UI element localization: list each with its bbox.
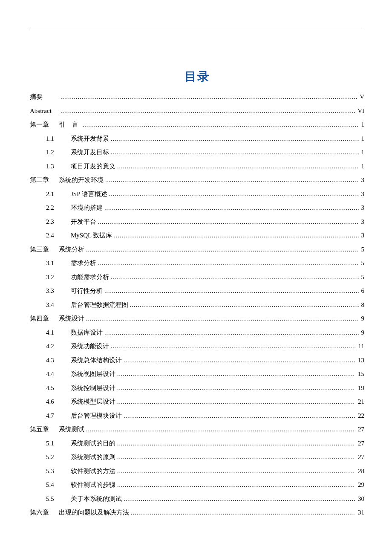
toc-entry-label: 系统测试的原则 [71, 454, 115, 460]
toc-leader-dots [61, 94, 357, 100]
toc-leader-dots [111, 343, 356, 350]
toc-leader-dots [117, 385, 355, 391]
toc-entry-page: 27 [358, 426, 364, 433]
toc-entry-label: 系统开发目标 [71, 149, 109, 156]
toc-entry-page: 3 [361, 204, 365, 211]
toc-entry-prefix: 4.2 [46, 343, 71, 350]
toc-entry-page: 1 [361, 163, 365, 170]
toc-entry-prefix: 2.2 [46, 204, 71, 211]
toc-entry: 第二章系统的开发环境3 [30, 176, 364, 184]
toc-leader-dots [111, 136, 359, 142]
toc-entry-page: 1 [361, 135, 365, 142]
toc-entry-label: MySQL 数据库 [71, 232, 112, 239]
toc-entry: 第一章引 言1 [30, 121, 364, 128]
toc-entry: 5.5关于本系统的测试30 [30, 495, 364, 503]
toc-entry-page: 9 [361, 315, 365, 322]
toc-entry: 4.6系统模型层设计21 [30, 398, 364, 405]
toc-entry-prefix: 2.1 [46, 191, 71, 198]
toc-entry-page: 22 [358, 412, 364, 419]
toc-entry: 4.5系统控制层设计19 [30, 384, 364, 392]
toc-entry-label-wrap: 5.2系统测试的原则 [46, 454, 115, 461]
toc-entry-page: VI [357, 107, 364, 115]
toc-entry-prefix: 2.3 [46, 218, 71, 225]
toc-entry-prefix: 3.2 [46, 274, 71, 281]
toc-entry: 4.2系统功能设计11 [30, 343, 364, 350]
toc-entry: 摘要V [30, 93, 364, 101]
toc-leader-dots [117, 163, 359, 170]
toc-entry-label: 软件测试的方法 [71, 468, 115, 474]
toc-entry-label: 系统设计 [59, 315, 84, 322]
toc-entry-prefix: 5.1 [46, 440, 71, 447]
toc-entry-label: 系统模型层设计 [71, 398, 115, 405]
toc-entry-label-wrap: 4.1数据库设计 [46, 329, 103, 336]
toc-entry-prefix: 第二章 [30, 176, 59, 184]
toc-entry-label-wrap: 1.2系统开发目标 [46, 149, 109, 156]
toc-leader-dots [109, 191, 359, 197]
toc-entry-label-wrap: 4.5系统控制层设计 [46, 384, 115, 392]
toc-entry: 2.2环境的搭建3 [30, 204, 364, 211]
toc-entry-prefix: 5.3 [46, 468, 71, 475]
toc-leader-dots [117, 482, 355, 488]
toc-entry: 5.1系统测试的目的27 [30, 440, 364, 447]
toc-entry-label-wrap: 4.6系统模型层设计 [46, 398, 115, 405]
toc-entry-prefix: 5.5 [46, 495, 71, 503]
toc-entry-label-wrap: 5.4软件测试的步骤 [46, 481, 115, 489]
toc-entry-label: 系统分析 [59, 246, 84, 253]
toc-entry-prefix: 4.5 [46, 384, 71, 392]
toc-entry-label: 关于本系统的测试 [71, 495, 122, 502]
toc-entry-page: 6 [361, 287, 365, 295]
toc-entry-label: 可行性分析 [71, 287, 103, 294]
toc-entry-label: 后台管理数据流程图 [71, 301, 128, 308]
toc-entry-page: 5 [361, 274, 365, 281]
toc-leader-dots [124, 413, 355, 419]
toc-entry-page: 3 [361, 232, 365, 239]
toc-leader-dots [117, 440, 355, 447]
table-of-contents: 摘要VAbstractVI第一章引 言11.1系统开发背景11.2系统开发目标1… [30, 93, 364, 516]
toc-entry-label: 出现的问题以及解决方法 [59, 509, 129, 516]
toc-leader-dots [111, 149, 359, 156]
toc-entry: 第四章系统设计9 [30, 315, 364, 322]
toc-leader-dots [124, 357, 355, 364]
toc-entry-label-wrap: 3.2功能需求分析 [46, 274, 109, 281]
toc-entry-prefix: 4.6 [46, 398, 71, 405]
toc-entry: 1.1系统开发背景1 [30, 135, 364, 142]
toc-entry-prefix: Abstract [30, 107, 59, 115]
toc-leader-dots [98, 260, 359, 266]
toc-entry-page: 21 [358, 398, 364, 405]
toc-entry-label-wrap: 4.7后台管理模块设计 [46, 412, 122, 419]
toc-entry: 3.3可行性分析6 [30, 287, 364, 295]
toc-leader-dots [124, 496, 355, 502]
toc-leader-dots [114, 232, 358, 239]
toc-leader-dots [117, 454, 355, 460]
toc-entry: 第五章系统测试27 [30, 426, 364, 433]
toc-entry-label-wrap: 4.4系统视图层设计 [46, 370, 115, 378]
toc-entry-label-wrap: 第三章系统分析 [30, 246, 84, 253]
toc-entry-label-wrap: 5.1系统测试的目的 [46, 440, 115, 447]
toc-entry-label-wrap: 第二章系统的开发环境 [30, 176, 104, 184]
toc-entry-page: 3 [361, 191, 365, 198]
toc-entry-label: 开发平台 [71, 218, 96, 225]
toc-entry-prefix: 4.4 [46, 370, 71, 378]
toc-entry-page: 31 [358, 509, 364, 516]
toc-leader-dots [104, 288, 359, 294]
toc-entry: 4.3系统总体结构设计13 [30, 357, 364, 364]
toc-entry-page: 11 [358, 343, 364, 350]
toc-entry-page: V [360, 93, 364, 101]
toc-entry-label-wrap: Abstract [30, 107, 59, 115]
toc-entry-prefix: 3.1 [46, 260, 71, 267]
toc-entry-label-wrap: 5.5关于本系统的测试 [46, 495, 122, 503]
toc-entry-page: 19 [358, 384, 364, 392]
toc-entry-label: 系统功能设计 [71, 343, 109, 350]
toc-entry-prefix: 3.4 [46, 301, 71, 309]
toc-entry-label: 系统总体结构设计 [71, 357, 122, 364]
toc-entry: 4.4系统视图层设计15 [30, 370, 364, 378]
toc-leader-dots [117, 468, 355, 474]
toc-leader-dots [86, 426, 355, 433]
toc-entry: 1.2系统开发目标1 [30, 149, 364, 156]
toc-entry-prefix: 5.4 [46, 481, 71, 489]
toc-entry-label-wrap: 2.1JSP 语言概述 [46, 191, 107, 198]
toc-entry-label-wrap: 4.3系统总体结构设计 [46, 357, 122, 364]
toc-entry-page: 1 [361, 121, 365, 128]
toc-leader-dots [98, 219, 359, 225]
toc-leader-dots [111, 274, 359, 280]
